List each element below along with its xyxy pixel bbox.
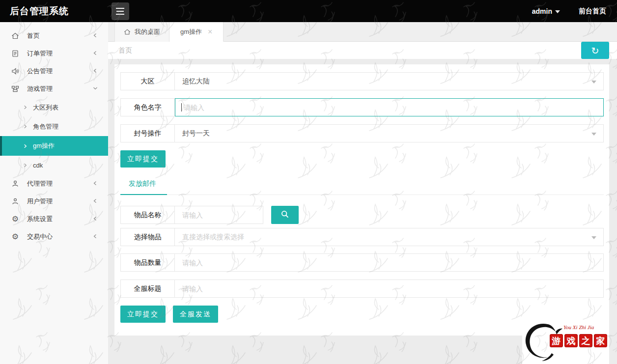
form-row-ban: 封号操作 封号一天: [120, 124, 604, 142]
send-all-button[interactable]: 全服发送: [173, 306, 218, 323]
sidebar-item-trade-center[interactable]: ⚙ 交易中心: [0, 228, 108, 246]
gear-icon: ⚙: [11, 215, 20, 224]
divider: [120, 195, 604, 195]
form-row-item-name: 物品名称: [120, 206, 263, 224]
item-select[interactable]: 直接选择或搜索选择: [175, 228, 603, 246]
sidebar-item-orders[interactable]: 订单管理: [0, 45, 108, 62]
announcement-icon: [11, 67, 20, 76]
menu-toggle-icon[interactable]: [112, 2, 129, 20]
refresh-button[interactable]: ↻: [581, 42, 609, 59]
home-icon: [124, 28, 131, 35]
breadcrumb: 首页: [118, 42, 132, 59]
item-name-input[interactable]: [175, 206, 263, 224]
sidebar-subitem-cdk[interactable]: cdk: [0, 156, 108, 175]
refresh-icon: ↻: [591, 45, 599, 56]
chevron-left-icon: [92, 68, 98, 75]
username: admin: [532, 7, 552, 15]
tab-send-mail[interactable]: 发放邮件: [129, 179, 156, 188]
role-name-label: 角色名字: [121, 99, 175, 116]
chevron-down-icon: [555, 10, 560, 13]
active-tab-underline: [120, 194, 167, 195]
form-row-item-select: 选择物品 直接选择或搜索选择: [120, 228, 604, 246]
seal-char: 戏: [564, 334, 578, 347]
seal-char: 家: [594, 334, 607, 347]
item-count-input[interactable]: [175, 254, 603, 271]
ban-select[interactable]: 封号一天: [175, 125, 603, 142]
chevron-left-icon: [92, 180, 98, 188]
item-name-label: 物品名称: [121, 206, 175, 224]
seal-char: 之: [579, 334, 592, 347]
user-menu[interactable]: admin: [532, 7, 560, 15]
form-row-region: 大区 追忆大陆: [120, 72, 604, 90]
logo-seal-row: 游 戏 之 家: [550, 334, 607, 347]
site-logo: You Xi Zhi Jia 游 戏 之 家: [522, 318, 609, 364]
chevron-left-icon: [92, 233, 98, 241]
tab-gm-operation[interactable]: gm操作 ×: [169, 22, 224, 42]
role-name-input[interactable]: [175, 99, 603, 116]
sidebar-subitem-region-list[interactable]: 大区列表: [0, 98, 108, 117]
home-icon: [11, 32, 20, 40]
region-label: 大区: [121, 73, 175, 90]
agent-icon: [11, 180, 20, 188]
order-icon: [11, 50, 20, 58]
chevron-right-icon: [23, 163, 28, 168]
sidebar-subitem-role-manage[interactable]: 角色管理: [0, 117, 108, 136]
chevron-down-icon: [591, 133, 596, 136]
ban-label: 封号操作: [121, 125, 175, 142]
close-icon[interactable]: ×: [208, 28, 212, 36]
text-cursor: [181, 103, 182, 112]
sidebar-item-system-settings[interactable]: ⚙ 系统设置: [0, 210, 108, 228]
search-icon: [280, 210, 289, 220]
item-select-label: 选择物品: [121, 228, 175, 246]
breadcrumb-bar: 首页 ↻: [108, 42, 617, 59]
region-select[interactable]: 追忆大陆: [175, 73, 603, 90]
user-icon: [11, 197, 20, 206]
sidebar-subitem-gm-operation[interactable]: gm操作: [0, 136, 108, 156]
chevron-left-icon: [92, 216, 98, 223]
sidebar-item-users[interactable]: 用户管理: [0, 193, 108, 210]
form-row-role-name: 角色名字: [120, 98, 604, 116]
chevron-left-icon: [92, 198, 98, 205]
game-icon: [11, 85, 20, 93]
chevron-down-icon: [591, 81, 596, 84]
sidebar-item-agents[interactable]: 代理管理: [0, 175, 108, 193]
form-row-server-title: 全服标题: [120, 280, 604, 298]
seal-char: 游: [550, 334, 563, 347]
main-area: 我的桌面 gm操作 × 首页 ↻ 大区 追忆大陆 角色名字: [108, 22, 617, 364]
tab-my-desktop[interactable]: 我的桌面: [114, 22, 169, 42]
frontend-home-link[interactable]: 前台首页: [579, 7, 606, 16]
chevron-down-icon: [591, 236, 596, 239]
sidebar-item-game[interactable]: 游戏管理: [0, 80, 108, 98]
item-count-label: 物品数量: [121, 254, 175, 271]
content-panel: 大区 追忆大陆 角色名字 封号操作 封号一天 立即提交 发放邮件: [114, 64, 609, 336]
form-row-item-count: 物品数量: [120, 253, 604, 272]
chevron-left-icon: [92, 50, 98, 57]
tab-bar: 我的桌面 gm操作 ×: [108, 22, 617, 42]
mail-submit-button[interactable]: 立即提交: [120, 306, 166, 323]
search-button[interactable]: [271, 206, 299, 224]
chevron-right-icon: [23, 143, 28, 149]
logo-script-text: You Xi Zhi Jia: [563, 324, 594, 330]
chevron-left-icon: [92, 32, 98, 40]
chevron-down-icon: [92, 85, 98, 93]
gear-icon: ⚙: [11, 233, 20, 241]
app-title: 后台管理系统: [10, 0, 69, 22]
chevron-right-icon: [23, 105, 28, 110]
role-name-input-wrap: [175, 98, 604, 116]
topbar: 后台管理系统 admin 前台首页: [0, 0, 617, 22]
chevron-right-icon: [23, 124, 28, 129]
sidebar-item-home[interactable]: 首页: [0, 27, 108, 45]
sidebar-item-announcements[interactable]: 公告管理: [0, 62, 108, 80]
server-title-label: 全服标题: [121, 280, 175, 297]
server-title-input[interactable]: [175, 280, 603, 297]
submit-button[interactable]: 立即提交: [120, 150, 166, 168]
sidebar: 首页 订单管理 公告管理 游戏管理 大区列表 角色管理: [0, 22, 108, 364]
